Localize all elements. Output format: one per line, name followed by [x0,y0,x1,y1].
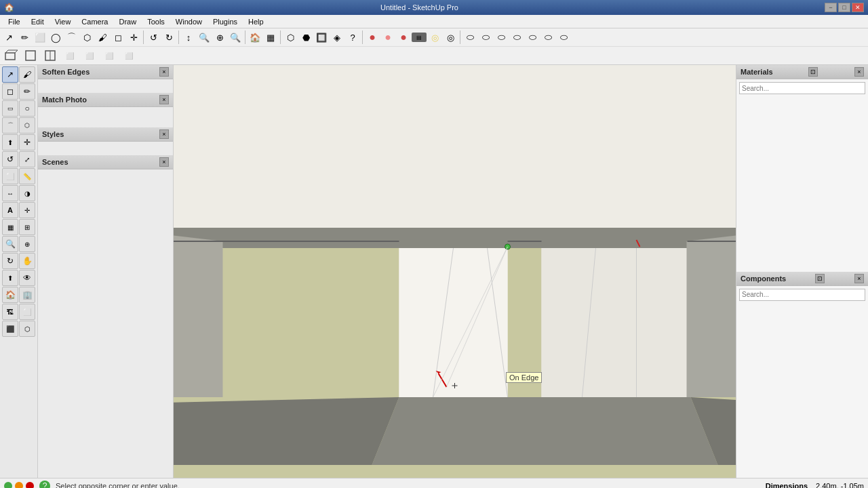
tb-circle[interactable]: ◯ [48,30,63,45]
menu-tools[interactable]: Tools [142,16,170,27]
menu-draw[interactable]: Draw [113,16,142,27]
tb-push[interactable]: ⬡ [79,30,94,45]
tool-polygon[interactable]: ⬡ [19,117,35,134]
menu-camera[interactable]: Camera [76,16,113,27]
styles-panel-header[interactable]: Styles × [38,127,173,142]
tb-scene1[interactable]: ⬭ [462,30,477,45]
tool-text[interactable]: A [2,202,18,218]
tb-home[interactable]: 🏠 [248,30,262,45]
tb-rect[interactable]: ⬜ [33,30,47,45]
match-photo-panel-header[interactable]: Match Photo × [38,93,173,107]
view-right[interactable]: ⬜ [100,48,119,63]
tb-matB[interactable]: ◎ [443,30,458,45]
tb-mat4[interactable]: ▤ [412,33,427,42]
tool-dim[interactable]: ↔ [2,185,18,201]
tool-offset[interactable]: ⬜ [2,168,18,184]
tool-building2[interactable]: 🏢 [19,287,35,303]
tb-grid[interactable]: ▦ [263,30,278,45]
view-front[interactable] [41,48,60,63]
tool-tape[interactable]: 📏 [19,168,35,184]
components-search[interactable] [739,289,865,301]
tb-scene3[interactable]: ⬭ [494,30,509,45]
tb-eraser[interactable]: ◻ [111,30,125,45]
menu-file[interactable]: File [3,16,26,27]
view-left[interactable]: ⬜ [80,48,99,63]
tool-comp2[interactable]: ⬡ [19,321,35,337]
tb-pencil[interactable]: ✏ [17,30,32,45]
tool-circle[interactable]: ○ [19,100,35,117]
close-button[interactable]: ✕ [852,3,864,12]
tb-undo[interactable]: ↺ [146,30,161,45]
tb-mat3[interactable]: ● [396,30,411,45]
tool-walk[interactable]: ⬆ [2,270,18,286]
tb-zoom[interactable]: 🔍 [197,30,212,45]
tool-scale[interactable]: ⤢ [19,151,35,167]
tb-scene7[interactable]: ⬭ [556,30,571,45]
soften-edges-panel-header[interactable]: Soften Edges × [38,65,173,79]
tb-zoom-ext[interactable]: ⊕ [212,30,227,45]
materials-search[interactable] [739,82,865,94]
tool-comp1[interactable]: ⬛ [2,321,18,337]
menu-window[interactable]: Window [170,16,208,27]
tool-building1[interactable]: 🏠 [2,287,18,303]
tool-building4[interactable]: ⬜ [19,304,35,320]
tb-mat1[interactable]: ● [365,30,380,45]
components-close[interactable]: × [854,274,864,283]
menu-view[interactable]: View [50,16,77,27]
tool-select[interactable]: ↗ [2,66,18,83]
match-photo-close[interactable]: × [159,95,169,104]
view-iso[interactable] [1,48,20,63]
tb-comp3[interactable]: 🔲 [314,30,329,45]
scenes-close[interactable]: × [159,157,169,167]
tool-protractor[interactable]: ◑ [19,185,35,201]
materials-expand[interactable]: ⊡ [808,67,818,77]
tb-comp2[interactable]: ⬣ [298,30,313,45]
menu-plugins[interactable]: Plugins [208,16,243,27]
tool-rotate[interactable]: ↺ [2,151,18,167]
tool-zoom[interactable]: 🔍 [2,236,18,252]
tb-move[interactable]: ✛ [126,30,141,45]
tool-orbit[interactable]: ↻ [2,253,18,269]
tb-help[interactable]: ? [345,30,360,45]
tb-comp1[interactable]: ⬡ [283,30,298,45]
menu-help[interactable]: Help [243,16,269,27]
tool-arc[interactable]: ⌒ [2,117,18,134]
tb-redo[interactable]: ↻ [161,30,176,45]
tool-pushpull[interactable]: ⬆ [2,134,18,150]
tool-building3[interactable]: 🏗 [2,304,18,320]
view-back[interactable]: ⬜ [60,48,79,63]
tool-pencil[interactable]: ✏ [19,83,35,100]
tool-section[interactable]: ▦ [2,219,18,235]
tb-scene4[interactable]: ⬭ [509,30,524,45]
materials-close[interactable]: × [854,67,864,77]
tool-eraser[interactable]: ◻ [2,83,18,100]
tb-arc[interactable]: ⌒ [64,30,79,45]
tool-advanced[interactable]: ⊞ [19,219,35,235]
tool-move[interactable]: ✛ [19,134,35,150]
soften-edges-close[interactable]: × [159,67,169,77]
tool-rect[interactable]: ▭ [2,100,18,117]
tool-axes[interactable]: ✛ [19,202,35,218]
view-top[interactable] [21,48,40,63]
tb-paint[interactable]: 🖌 [95,30,110,45]
tb-mat2[interactable]: ● [380,30,395,45]
tb-scene2[interactable]: ⬭ [478,30,493,45]
menu-edit[interactable]: Edit [26,16,50,27]
minimize-button[interactable]: − [825,3,837,12]
tool-paint[interactable]: 🖌 [19,66,35,83]
tool-lookaround[interactable]: 👁 [19,270,35,286]
tb-matA[interactable]: ◎ [427,30,442,45]
tool-zoomwin[interactable]: ⊕ [19,236,35,252]
tb-zoom-win[interactable]: 🔍 [228,30,243,45]
styles-close[interactable]: × [159,129,169,139]
tb-snap[interactable]: ◈ [330,30,344,45]
scenes-panel-header[interactable]: Scenes × [38,155,173,169]
components-expand[interactable]: ⊡ [815,274,825,283]
tb-orbit[interactable]: ↕ [181,30,196,45]
tb-scene6[interactable]: ⬭ [540,30,555,45]
view-bottom[interactable]: ⬜ [119,48,138,63]
tb-select[interactable]: ↗ [1,30,16,45]
viewport[interactable]: On Edge [174,65,736,478]
tool-pan[interactable]: ✋ [19,253,35,269]
tb-scene5[interactable]: ⬭ [525,30,540,45]
